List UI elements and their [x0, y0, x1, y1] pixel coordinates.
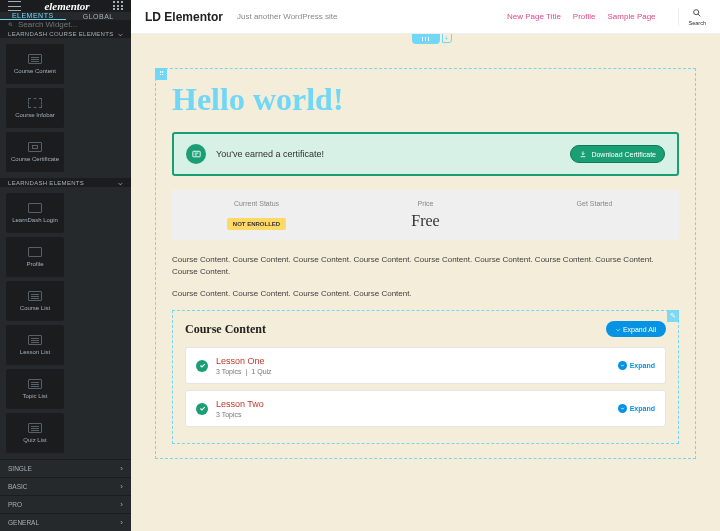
- chevron-down-icon: [618, 404, 627, 413]
- widget-lesson-list[interactable]: Lesson List: [6, 325, 64, 365]
- expand-lesson-button[interactable]: Expand: [618, 361, 655, 370]
- site-header: LD Elementor Just another WordPress site…: [131, 0, 720, 34]
- certificate-message: You've earned a certificate!: [216, 149, 560, 159]
- preview-area: LD Elementor Just another WordPress site…: [131, 0, 720, 531]
- chevron-down-icon: ⌵: [118, 29, 123, 38]
- widget-topic-list[interactable]: Topic List: [6, 369, 64, 409]
- category-basic[interactable]: BASIC›: [0, 477, 131, 495]
- lesson-body: Lesson Two 3 Topics: [216, 399, 610, 418]
- widget-icon: [28, 98, 42, 108]
- widget-learndash-login[interactable]: LearnDash Login: [6, 193, 64, 233]
- chevron-right-icon: ›: [120, 500, 123, 509]
- widget-icon: [28, 203, 42, 213]
- apps-icon[interactable]: [113, 1, 123, 11]
- info-get-started: Get Started: [510, 200, 679, 230]
- header-search[interactable]: Search: [678, 8, 706, 26]
- info-price: Price Free: [341, 200, 510, 230]
- category-list: SINGLE› BASIC› PRO› GENERAL› SITE› WORDP…: [0, 459, 131, 531]
- chevron-down-icon: ⌵: [616, 325, 620, 333]
- svg-rect-4: [192, 151, 199, 157]
- course-content-title: Course Content: [185, 322, 266, 337]
- chevron-down-icon: ⌵: [118, 178, 123, 187]
- complete-check-icon: [196, 403, 208, 415]
- widget-course-list[interactable]: Course List: [6, 281, 64, 321]
- tab-elements[interactable]: ELEMENTS: [0, 12, 66, 20]
- widget-search: [0, 20, 131, 29]
- course-description: Course Content. Course Content. Course C…: [172, 254, 679, 278]
- lesson-meta: 3 Topics|1 Quiz: [216, 368, 610, 375]
- lesson-body: Lesson One 3 Topics|1 Quiz: [216, 356, 610, 375]
- course-content-widget: ✎ Course Content ⌵Expand All Lesson One …: [172, 310, 679, 444]
- category-pro[interactable]: PRO›: [0, 495, 131, 513]
- status-badge: NOT ENROLLED: [227, 218, 286, 230]
- widget-icon: [28, 379, 42, 389]
- page-title: Hello world!: [172, 81, 679, 118]
- widget-quiz-list[interactable]: Quiz List: [6, 413, 64, 453]
- page-content: + ⠿ Hello world! You've earned a certifi…: [131, 34, 720, 531]
- edit-section-icon[interactable]: ⠿: [155, 68, 167, 80]
- course-description: Course Content. Course Content. Course C…: [172, 288, 679, 300]
- lesson-name[interactable]: Lesson One: [216, 356, 610, 366]
- edit-widget-icon[interactable]: ✎: [667, 310, 679, 322]
- editor-section: ⠿ Hello world! You've earned a certifica…: [155, 68, 696, 459]
- nav-link[interactable]: New Page Title: [507, 12, 561, 21]
- widget-course-infobar[interactable]: Course Infobar: [6, 88, 64, 128]
- widgets-group-1: Course Content Course Infobar Course Cer…: [0, 38, 131, 178]
- category-learndash-course[interactable]: LEARNDASH COURSE ELEMENTS⌵: [0, 29, 131, 38]
- widget-course-content[interactable]: Course Content: [6, 44, 64, 84]
- widget-icon: [28, 423, 42, 433]
- lesson-row[interactable]: Lesson One 3 Topics|1 Quiz Expand: [185, 347, 666, 384]
- menu-icon[interactable]: [8, 1, 21, 11]
- expand-lesson-button[interactable]: Expand: [618, 404, 655, 413]
- info-status: Current Status NOT ENROLLED: [172, 200, 341, 230]
- course-content-header: Course Content ⌵Expand All: [185, 321, 666, 337]
- site-tagline: Just another WordPress site: [237, 12, 337, 21]
- chevron-right-icon: ›: [120, 518, 123, 527]
- certificate-icon: [186, 144, 206, 164]
- primary-nav: New Page Title Profile Sample Page: [507, 12, 656, 21]
- category-learndash-elements[interactable]: LEARNDASH ELEMENTS⌵: [0, 178, 131, 187]
- search-icon: [692, 8, 702, 18]
- sidebar-header: elementor: [0, 0, 131, 12]
- category-single[interactable]: SINGLE›: [0, 459, 131, 477]
- complete-check-icon: [196, 360, 208, 372]
- widget-profile[interactable]: Profile: [6, 237, 64, 277]
- svg-line-3: [698, 14, 700, 16]
- widget-icon: [28, 335, 42, 345]
- svg-point-2: [694, 9, 699, 14]
- chevron-right-icon: ›: [120, 464, 123, 473]
- panel-tabs: ELEMENTS GLOBAL: [0, 12, 131, 20]
- svg-line-1: [11, 25, 12, 26]
- elementor-logo: elementor: [44, 0, 89, 12]
- lesson-meta: 3 Topics: [216, 411, 610, 418]
- chevron-right-icon: ›: [120, 482, 123, 491]
- search-icon: [8, 20, 13, 29]
- expand-all-button[interactable]: ⌵Expand All: [606, 321, 666, 337]
- lesson-name[interactable]: Lesson Two: [216, 399, 610, 409]
- widget-course-certificate[interactable]: Course Certificate: [6, 132, 64, 172]
- svg-point-0: [9, 23, 12, 26]
- lesson-row[interactable]: Lesson Two 3 Topics Expand: [185, 390, 666, 427]
- widget-icon: [28, 291, 42, 301]
- download-icon: [579, 150, 587, 158]
- download-certificate-button[interactable]: Download Certificate: [570, 145, 665, 163]
- site-title: LD Elementor: [145, 10, 223, 24]
- widgets-group-2: LearnDash Login Profile Course List Less…: [0, 187, 131, 459]
- nav-link[interactable]: Sample Page: [608, 12, 656, 21]
- tab-global[interactable]: GLOBAL: [66, 12, 132, 20]
- nav-link[interactable]: Profile: [573, 12, 596, 21]
- chevron-down-icon: [618, 361, 627, 370]
- widget-icon: [28, 247, 42, 257]
- add-section-icon[interactable]: +: [442, 34, 452, 43]
- course-infobar: Current Status NOT ENROLLED Price Free G…: [172, 190, 679, 240]
- elementor-sidebar: elementor ELEMENTS GLOBAL LEARNDASH COUR…: [0, 0, 131, 531]
- certificate-banner: You've earned a certificate! Download Ce…: [172, 132, 679, 176]
- search-input[interactable]: [18, 20, 123, 29]
- section-handle[interactable]: +: [412, 34, 440, 44]
- widget-icon: [28, 54, 42, 64]
- widget-icon: [28, 142, 42, 152]
- category-general[interactable]: GENERAL›: [0, 513, 131, 531]
